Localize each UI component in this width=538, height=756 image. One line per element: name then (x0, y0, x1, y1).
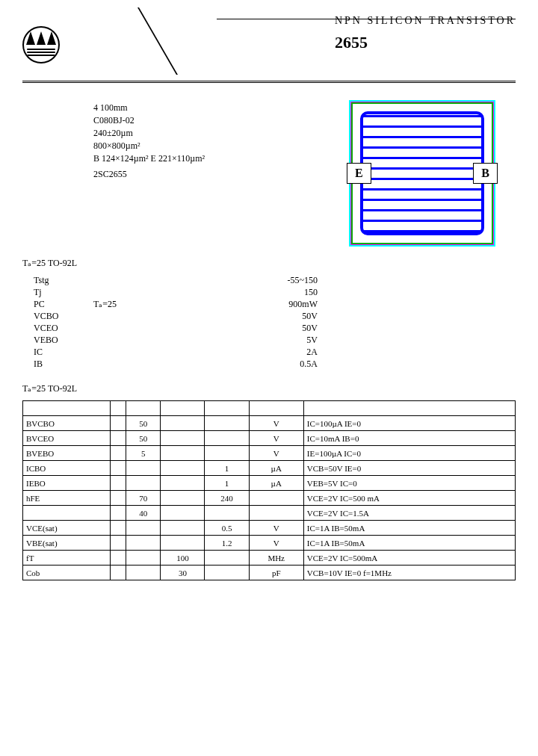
spec-row: 240±20µm (34, 128, 351, 139)
die-layout-diagram: E B (351, 102, 493, 244)
spec-mask: C080BJ-02 (93, 115, 351, 126)
col-cond (303, 401, 515, 416)
rating-row: Tstg-55~150 (34, 275, 516, 286)
header-divider (137, 7, 236, 75)
die-inner-pattern (360, 111, 484, 235)
spec-row: 4 100mm (34, 102, 351, 114)
col-param (23, 401, 111, 416)
spec-column: 4 100mm C080BJ-02 240±20µm 800×800µm² B … (22, 95, 351, 182)
col-min (126, 401, 161, 416)
table-row: BVEBO5VIE=100µA IC=0 (23, 446, 516, 461)
header-double-rule (22, 81, 516, 84)
col-unit (249, 401, 303, 416)
ratings-heading: Tₐ=25 TO-92L (22, 258, 516, 269)
spec-row: B 124×124µm² E 221×110µm² (34, 153, 351, 164)
rating-row: VCBO50V (34, 311, 516, 322)
spec-pad: B 124×124µm² E 221×110µm² (93, 153, 351, 164)
table-row: IEBO1µAVEB=5V IC=0 (23, 476, 516, 491)
spec-list: 4 100mm C080BJ-02 240±20µm 800×800µm² B … (34, 102, 351, 180)
spec-and-die-row: 4 100mm C080BJ-02 240±20µm 800×800µm² B … (22, 95, 516, 244)
rating-row: IB0.5A (34, 359, 516, 370)
table-row: Cob30pFVCB=10V IE=0 f=1MHz (23, 566, 516, 580)
die-column: E B (351, 95, 516, 244)
table-row: ICBO1µAVCB=50V IE=0 (23, 461, 516, 476)
spec-die-size: 800×800µm² (93, 140, 351, 152)
part-number: 2655 (335, 33, 516, 52)
ratings-table: Tstg-55~150 Tj150 PCTₐ=25900mW VCBO50V V… (34, 275, 516, 370)
die-emitter-label: E (347, 163, 371, 184)
table-row: VCE(sat)0.5VIC=1A IB=50mA (23, 521, 516, 536)
electrical-characteristics-table: BVCBO50VIC=100µA IE=0BVCEO50VIC=10mA IB=… (22, 400, 516, 580)
table-row: fT100MHzVCE=2V IC=500mA (23, 551, 516, 566)
table-row: VBE(sat)1.2VIC=1A IB=50mA (23, 536, 516, 551)
spec-equivalent: 2SC2655 (93, 169, 351, 180)
header-right-block: NPN SILICON TRANSISTOR 2655 (335, 15, 516, 52)
table-row: BVCEO50VIC=10mA IB=0 (23, 431, 516, 446)
product-category: NPN SILICON TRANSISTOR (335, 15, 516, 27)
rating-row: Tj150 (34, 287, 516, 298)
spec-wafer: 4 100mm (93, 102, 351, 114)
table-row: hFE70240VCE=2V IC=500 mA (23, 491, 516, 506)
elec-heading: Tₐ=25 TO-92L (22, 383, 516, 394)
electrical-characteristics-section: Tₐ=25 TO-92L BVCBO50VIC=100µA IE=0BVCEO5… (22, 383, 516, 580)
col-max (205, 401, 249, 416)
table-row: 40VCE=2V IC=1.5A (23, 506, 516, 521)
col-typ (161, 401, 205, 416)
ratings-section: Tₐ=25 TO-92L Tstg-55~150 Tj150 PCTₐ=2590… (22, 258, 516, 370)
die-base-label: B (473, 163, 498, 184)
table-row: BVCBO50VIC=100µA IE=0 (23, 416, 516, 431)
rating-row: PCTₐ=25900mW (34, 299, 516, 310)
spec-row: C080BJ-02 (34, 115, 351, 126)
spec-row: 800×800µm² (34, 140, 351, 152)
company-logo (22, 26, 60, 63)
rating-row: VCEO50V (34, 323, 516, 334)
rating-row: IC2A (34, 347, 516, 358)
page-header: NPN SILICON TRANSISTOR 2655 (22, 15, 516, 75)
col-desc (111, 401, 126, 416)
table-header-row (23, 401, 516, 416)
rating-row: VEBO5V (34, 335, 516, 346)
spec-row: 2SC2655 (34, 169, 351, 180)
spec-thickness: 240±20µm (93, 128, 351, 139)
